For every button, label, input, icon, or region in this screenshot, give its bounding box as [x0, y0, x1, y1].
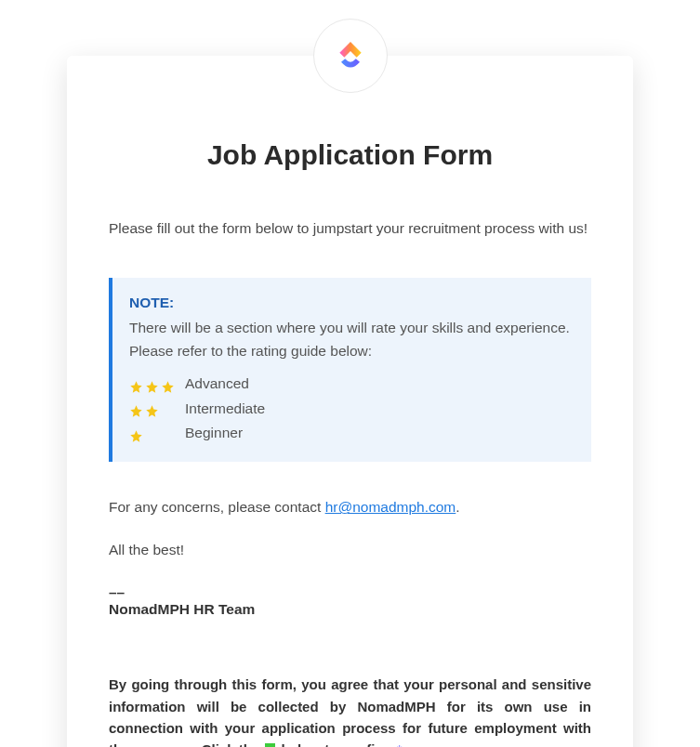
- note-box: NOTE: There will be a section where you …: [109, 278, 591, 463]
- green-square-icon: [265, 743, 275, 747]
- signoff: All the best!: [109, 542, 591, 558]
- page-title: Job Application Form: [109, 139, 591, 171]
- rating-label: Intermediate: [185, 397, 265, 421]
- consent-part1: By going through this form, you agree th…: [109, 676, 591, 747]
- stars-2: [129, 401, 185, 415]
- contact-suffix: .: [456, 499, 459, 515]
- required-asterisk: *: [397, 741, 403, 747]
- contact-line: For any concerns, please contact hr@noma…: [109, 499, 591, 516]
- form-card: Job Application Form Please fill out the…: [67, 56, 633, 747]
- star-icon: [129, 426, 143, 440]
- star-icon: [161, 377, 175, 391]
- star-icon: [129, 377, 143, 391]
- clickup-icon: [332, 37, 369, 74]
- rating-row-beginner: Beginner: [129, 421, 571, 445]
- contact-email-link[interactable]: hr@nomadmph.com: [325, 499, 456, 515]
- rating-row-intermediate: Intermediate: [129, 397, 571, 421]
- star-icon: [145, 377, 159, 391]
- team-signature: NomadMPH HR Team: [109, 601, 591, 618]
- consent-text: By going through this form, you agree th…: [109, 674, 591, 747]
- intro-text: Please fill out the form below to jumpst…: [109, 217, 591, 241]
- note-text: There will be a section where you will r…: [129, 317, 571, 363]
- brand-logo: [313, 19, 388, 93]
- star-icon: [145, 401, 159, 415]
- rating-row-advanced: Advanced: [129, 372, 571, 396]
- divider: ––: [109, 584, 591, 601]
- rating-label: Beginner: [185, 421, 243, 445]
- consent-part2: below to confirm.: [277, 741, 396, 747]
- stars-1: [129, 426, 185, 440]
- contact-prefix: For any concerns, please contact: [109, 499, 325, 515]
- stars-3: [129, 377, 185, 391]
- note-label: NOTE:: [129, 295, 571, 311]
- star-icon: [129, 401, 143, 415]
- rating-label: Advanced: [185, 372, 249, 396]
